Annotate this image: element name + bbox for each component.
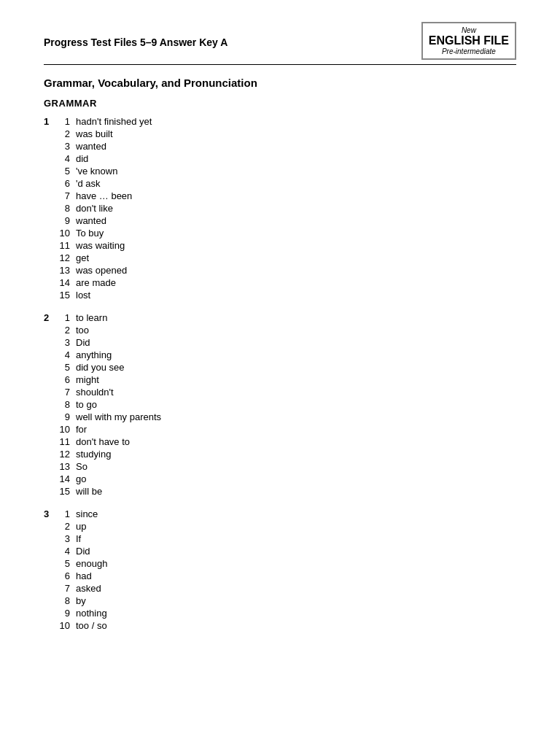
question-row-2-5: 5 did you see [58, 362, 516, 373]
answer-1-6: 'd ask [76, 178, 101, 189]
question-row-3-2: 2 up [58, 521, 516, 532]
page-title: Progress Test Files 5–9 Answer Key A [44, 22, 228, 48]
question-row-2-10: 10 for [58, 424, 516, 435]
answer-1-12: get [76, 252, 89, 263]
question-row-2-13: 13 So [58, 461, 516, 472]
question-row-2-3: 3 Did [58, 337, 516, 348]
logo-new: New [429, 26, 509, 34]
question-row-1: 1 1 hadn't finished yet [44, 116, 516, 127]
item-num-1-6: 6 [58, 178, 76, 189]
question-row-1-14: 14 are made [58, 277, 516, 288]
question-row-1-12: 12 get [58, 252, 516, 263]
answer-3-6: had [76, 570, 92, 581]
answer-3-7: asked [76, 583, 101, 594]
answer-1-7: have … been [76, 190, 132, 201]
item-num-1-3: 3 [58, 141, 76, 152]
question-row-1-2: 2 was built [58, 128, 516, 139]
item-num-2-3: 3 [58, 337, 76, 348]
answer-1-15: lost [76, 290, 90, 301]
question-block-3: 3 1 since 2 up 3 If 4 Did 5 enough 6 [44, 508, 516, 631]
answer-1-8: don't like [76, 203, 113, 214]
item-num-1-9: 9 [58, 215, 76, 226]
question-number-2: 2 [44, 312, 58, 323]
answer-2-8: to go [76, 399, 97, 410]
item-num-2-15: 15 [58, 486, 76, 497]
indent-1: 2 was built 3 wanted 4 did 5 've known 6… [58, 128, 516, 301]
item-num-2-7: 7 [58, 387, 76, 398]
logo-name: ENGLISH FILE [429, 34, 509, 47]
question-row-3-4: 4 Did [58, 546, 516, 557]
answer-2-10: for [76, 424, 87, 435]
answer-2-7: shouldn't [76, 387, 114, 398]
question-number-3: 3 [44, 508, 58, 519]
answer-2-5: did you see [76, 362, 125, 373]
question-block-1: 1 1 hadn't finished yet 2 was built 3 wa… [44, 116, 516, 301]
grammar-label: GRAMMAR [44, 98, 516, 109]
item-num-3-4: 4 [58, 546, 76, 557]
question-row-3-7: 7 asked [58, 583, 516, 594]
item-num-1-2: 2 [58, 128, 76, 139]
item-num-3-2: 2 [58, 521, 76, 532]
question-row-3: 3 1 since [44, 508, 516, 519]
answer-1-10: To buy [76, 228, 104, 239]
indent-2: 2 too 3 Did 4 anything 5 did you see 6 m… [58, 325, 516, 497]
item-num-1-5: 5 [58, 166, 76, 177]
question-row-1-9: 9 wanted [58, 215, 516, 226]
question-row-1-11: 11 was waiting [58, 240, 516, 251]
item-num-3-7: 7 [58, 583, 76, 594]
question-row-2-7: 7 shouldn't [58, 387, 516, 398]
answer-2-14: go [76, 473, 86, 484]
answer-3-10: too / so [76, 620, 107, 631]
item-num-1-15: 15 [58, 290, 76, 301]
answer-1-1: hadn't finished yet [76, 116, 152, 127]
answer-2-11: don't have to [76, 436, 130, 447]
question-row-2-4: 4 anything [58, 349, 516, 360]
question-row-3-6: 6 had [58, 570, 516, 581]
answer-3-5: enough [76, 558, 107, 569]
section-title: Grammar, Vocabulary, and Pronunciation [44, 77, 516, 89]
answer-1-4: did [76, 153, 88, 164]
answer-3-9: nothing [76, 608, 107, 619]
item-num-1-8: 8 [58, 203, 76, 214]
item-num-2-11: 11 [58, 436, 76, 447]
item-num-1-1: 1 [58, 116, 76, 127]
item-num-3-5: 5 [58, 558, 76, 569]
question-row-3-10: 10 too / so [58, 620, 516, 631]
answer-1-3: wanted [76, 141, 106, 152]
item-num-2-14: 14 [58, 473, 76, 484]
item-num-1-13: 13 [58, 265, 76, 276]
answer-2-2: too [76, 325, 89, 336]
question-row-2-9: 9 well with my parents [58, 411, 516, 422]
question-row-2-11: 11 don't have to [58, 436, 516, 447]
item-num-3-1: 1 [58, 508, 76, 519]
answer-2-15: will be [76, 486, 102, 497]
question-row-2-12: 12 studying [58, 449, 516, 460]
question-row-2-6: 6 might [58, 374, 516, 385]
question-row-3-3: 3 If [58, 533, 516, 544]
answer-2-9: well with my parents [76, 411, 161, 422]
header-divider [44, 64, 516, 65]
item-num-1-14: 14 [58, 277, 76, 288]
question-row-2-14: 14 go [58, 473, 516, 484]
question-row-2-2: 2 too [58, 325, 516, 336]
answer-1-13: was opened [76, 265, 127, 276]
item-num-3-3: 3 [58, 533, 76, 544]
question-row-3-8: 8 by [58, 595, 516, 606]
item-num-3-8: 8 [58, 595, 76, 606]
answer-2-4: anything [76, 349, 112, 360]
answer-3-8: by [76, 595, 86, 606]
item-num-1-7: 7 [58, 190, 76, 201]
item-num-3-9: 9 [58, 608, 76, 619]
question-row-2-8: 8 to go [58, 399, 516, 410]
item-num-2-1: 1 [58, 312, 76, 323]
question-row-1-6: 6 'd ask [58, 178, 516, 189]
question-row-1-15: 15 lost [58, 290, 516, 301]
question-row-3-9: 9 nothing [58, 608, 516, 619]
question-number-1: 1 [44, 116, 58, 127]
answer-2-3: Did [76, 337, 90, 348]
question-row-1-5: 5 've known [58, 166, 516, 177]
answer-2-6: might [76, 374, 99, 385]
header: Progress Test Files 5–9 Answer Key A New… [44, 22, 516, 60]
item-num-3-10: 10 [58, 620, 76, 631]
question-row-3-5: 5 enough [58, 558, 516, 569]
